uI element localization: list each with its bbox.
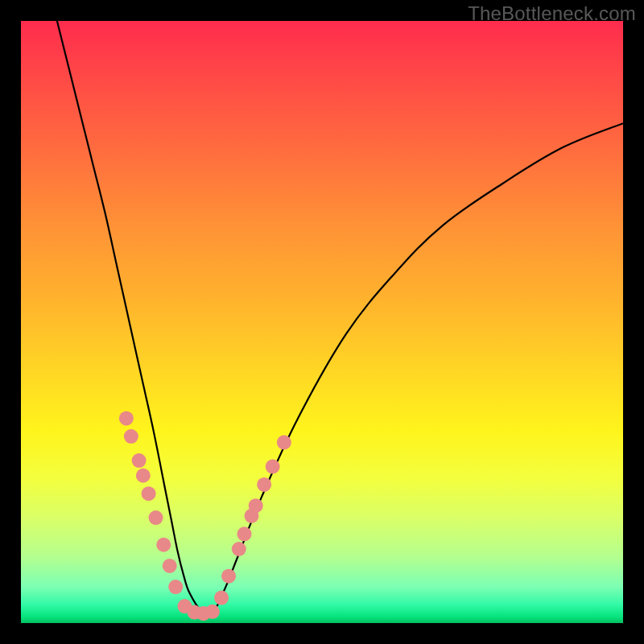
data-dot	[214, 591, 229, 605]
chart-frame: TheBottleneck.com	[0, 0, 644, 644]
data-dot	[124, 429, 138, 444]
bottleneck-curve	[57, 21, 623, 614]
data-dot	[257, 477, 271, 492]
watermark-text: TheBottleneck.com	[468, 2, 636, 25]
data-dot	[266, 460, 280, 474]
data-dot	[168, 580, 183, 594]
data-dot	[142, 486, 156, 501]
data-dot	[119, 411, 134, 426]
data-dot	[149, 510, 163, 525]
data-dot	[237, 526, 252, 541]
data-dot	[132, 453, 147, 468]
plot-area	[21, 21, 623, 623]
data-dot	[205, 605, 220, 619]
chart-svg	[21, 21, 623, 623]
data-dots-group	[119, 411, 291, 621]
data-dot	[277, 436, 291, 450]
data-dot	[232, 542, 246, 556]
data-dot	[156, 538, 171, 552]
data-dot	[136, 469, 151, 483]
data-dot	[163, 559, 177, 573]
data-dot	[221, 569, 236, 584]
data-dot	[249, 498, 263, 513]
